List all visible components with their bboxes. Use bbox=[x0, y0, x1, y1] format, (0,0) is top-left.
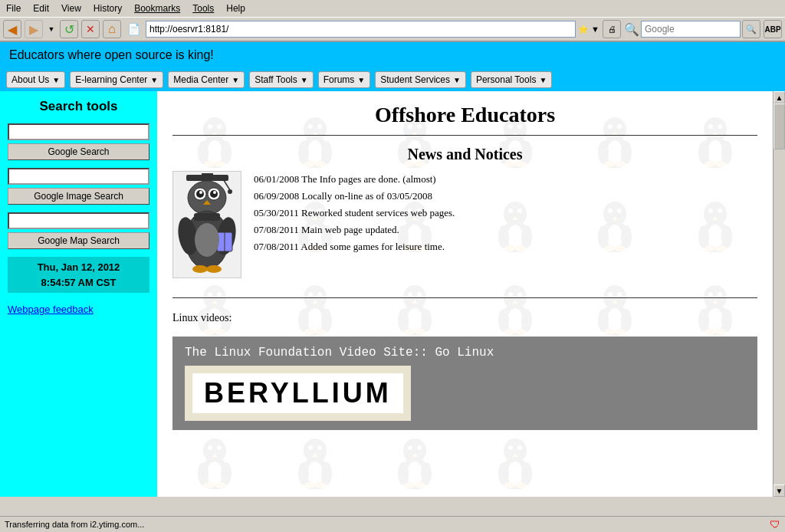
nav-about-us[interactable]: About Us ▼ bbox=[6, 71, 65, 88]
nav-forums[interactable]: Forums ▼ bbox=[318, 71, 371, 88]
svg-point-340 bbox=[188, 181, 226, 215]
svg-point-334 bbox=[504, 482, 515, 488]
google-map-search-button[interactable]: Google Map Search bbox=[8, 232, 149, 249]
google-map-search-input[interactable] bbox=[8, 212, 149, 229]
stop-icon: ✕ bbox=[86, 23, 95, 35]
back-button[interactable]: ◀ bbox=[3, 20, 21, 38]
nav-personal-tools-arrow: ▼ bbox=[539, 76, 547, 84]
svg-point-299 bbox=[215, 482, 225, 488]
news-item-3: 07/08/2011 Main web page updated. bbox=[254, 222, 455, 238]
menu-view[interactable]: View bbox=[58, 2, 84, 15]
star-icon: 📄 bbox=[127, 23, 140, 35]
video-logo-container: BERYLLIUM bbox=[185, 366, 411, 421]
nav-student-services-label: Student Services bbox=[380, 74, 450, 85]
nav-media-label: Media Center bbox=[173, 74, 228, 85]
svg-point-346 bbox=[213, 191, 216, 194]
forward-icon: ▶ bbox=[29, 22, 38, 37]
nav-media[interactable]: Media Center ▼ bbox=[168, 71, 245, 88]
svg-point-355 bbox=[206, 265, 222, 273]
news-items-container: 06/01/2008 The Info pages are done. (alm… bbox=[254, 171, 455, 255]
nav-about-us-arrow: ▼ bbox=[52, 76, 60, 84]
svg-point-309 bbox=[321, 462, 332, 485]
google-image-search-input[interactable] bbox=[8, 168, 149, 185]
reload-icon: ↺ bbox=[64, 22, 74, 37]
scroll-track bbox=[774, 103, 785, 484]
news-item-4: 07/08/2011 Added some games for leisure … bbox=[254, 238, 455, 255]
nav-forums-arrow: ▼ bbox=[357, 76, 365, 84]
nav-elearning-label: E-learning Center bbox=[75, 74, 147, 85]
nav-media-arrow: ▼ bbox=[232, 76, 239, 84]
video-box[interactable]: The Linux Foundation Video Site:: Go Lin… bbox=[172, 337, 757, 430]
svg-point-315 bbox=[408, 445, 412, 450]
google-image-search-button[interactable]: Google Image Search bbox=[8, 188, 149, 205]
nav-bar: About Us ▼ E-learning Center ▼ Media Cen… bbox=[0, 68, 785, 91]
go-secure-icon: ⭐ bbox=[578, 25, 589, 34]
forward-dropdown-button[interactable]: ▼ bbox=[46, 20, 57, 38]
news-item-2: 05/30/2011 Reworked student services web… bbox=[254, 205, 455, 222]
screenshot-button[interactable]: 🖨 bbox=[603, 20, 621, 38]
google-search-input[interactable] bbox=[8, 123, 149, 140]
address-input[interactable] bbox=[146, 21, 576, 38]
svg-point-322 bbox=[404, 482, 415, 488]
search-submit-button[interactable]: 🔍 bbox=[742, 20, 760, 38]
page-title: Offshore Educators bbox=[157, 91, 773, 131]
scroll-down-button[interactable]: ▼ bbox=[774, 484, 785, 497]
scroll-thumb[interactable] bbox=[774, 103, 785, 149]
abp-button[interactable]: ABP bbox=[764, 20, 782, 38]
title-divider bbox=[172, 135, 757, 136]
menu-file[interactable]: File bbox=[3, 2, 24, 15]
svg-point-321 bbox=[421, 462, 432, 485]
search-multicolor-icon: 🔍 bbox=[624, 22, 639, 37]
news-section: 06/01/2008 The Info pages are done. (alm… bbox=[157, 171, 773, 290]
svg-point-323 bbox=[415, 482, 425, 488]
datetime-box: Thu, Jan 12, 2012 8:54:57 AM CST bbox=[8, 257, 149, 293]
svg-rect-349 bbox=[194, 213, 220, 221]
nav-staff-tools[interactable]: Staff Tools ▼ bbox=[249, 71, 314, 88]
svg-point-345 bbox=[199, 191, 202, 194]
menu-history[interactable]: History bbox=[90, 2, 125, 15]
site-banner: Educators where open source is king! bbox=[0, 42, 785, 68]
svg-point-296 bbox=[198, 462, 209, 485]
svg-point-332 bbox=[498, 462, 509, 485]
bookmark-star-button[interactable]: 📄 bbox=[124, 20, 143, 38]
nav-elearning[interactable]: E-learning Center ▼ bbox=[70, 71, 163, 88]
toolbar: ◀ ▶ ▼ ↺ ✕ ⌂ 📄 ⭐ ▼ 🖨 🔍 🔍 ABP bbox=[0, 17, 785, 41]
stop-button[interactable]: ✕ bbox=[81, 20, 100, 38]
svg-point-356 bbox=[195, 223, 219, 257]
go-icon: ▼ bbox=[591, 25, 599, 34]
menu-help[interactable]: Help bbox=[223, 2, 248, 15]
webpage-feedback-link[interactable]: Webpage feedback bbox=[8, 299, 149, 315]
svg-point-335 bbox=[515, 482, 526, 488]
datetime-line2: 8:54:57 AM CST bbox=[11, 275, 146, 291]
svg-point-320 bbox=[398, 462, 409, 485]
svg-point-316 bbox=[417, 445, 422, 450]
content-foreground: Offshore Educators News and Notices bbox=[157, 91, 773, 430]
banner-text: Educators where open source is king! bbox=[9, 48, 214, 61]
svg-point-291 bbox=[208, 445, 212, 450]
nav-personal-tools-label: Personal Tools bbox=[476, 74, 537, 85]
content-area: Offshore Educators News and Notices bbox=[157, 91, 773, 497]
scrollbar[interactable]: ▲ ▼ bbox=[773, 91, 785, 497]
browser-search-input[interactable] bbox=[641, 21, 741, 38]
nav-personal-tools[interactable]: Personal Tools ▼ bbox=[471, 71, 552, 88]
home-button[interactable]: ⌂ bbox=[103, 20, 121, 38]
news-title: News and Notices bbox=[157, 140, 773, 171]
nav-student-services[interactable]: Student Services ▼ bbox=[375, 71, 466, 88]
forward-button[interactable]: ▶ bbox=[25, 20, 43, 38]
svg-point-311 bbox=[315, 482, 326, 488]
mascot-image bbox=[172, 171, 241, 278]
svg-point-303 bbox=[308, 445, 313, 450]
reload-button[interactable]: ↺ bbox=[60, 20, 78, 38]
menu-tools[interactable]: Tools bbox=[189, 2, 217, 15]
search-container: 🔍 🔍 bbox=[624, 20, 760, 38]
menu-bookmarks[interactable]: Bookmarks bbox=[131, 2, 183, 15]
google-search-button[interactable]: Google Search bbox=[8, 143, 149, 160]
nav-staff-tools-arrow: ▼ bbox=[301, 76, 308, 84]
menu-edit[interactable]: Edit bbox=[30, 2, 52, 15]
nav-about-us-label: About Us bbox=[11, 74, 49, 85]
google-map-search-section: Google Map Search bbox=[8, 212, 149, 249]
scroll-up-button[interactable]: ▲ bbox=[774, 91, 785, 103]
sidebar: Search tools Google Search Google Image … bbox=[0, 91, 157, 497]
section-divider bbox=[172, 297, 757, 298]
address-bar-container: ⭐ ▼ bbox=[146, 21, 599, 38]
